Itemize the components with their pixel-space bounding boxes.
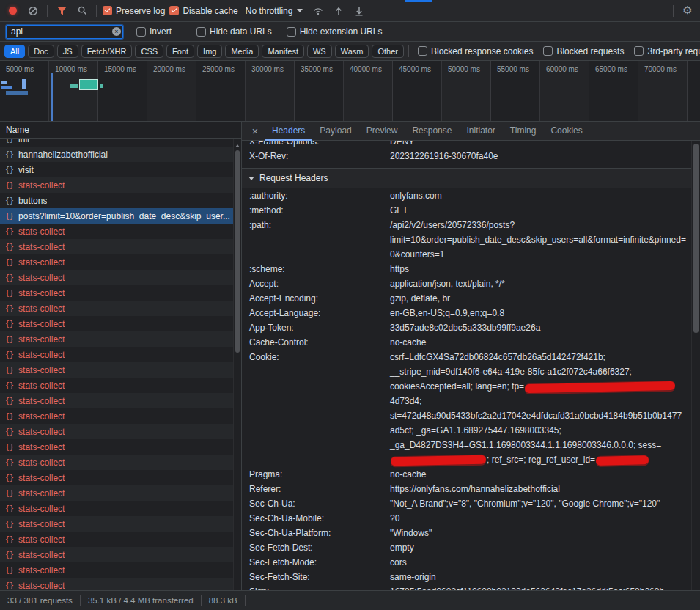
request-name: stats-collect bbox=[18, 350, 65, 360]
request-row[interactable]: {}stats-collect bbox=[0, 254, 233, 270]
request-row[interactable]: {}stats-collect bbox=[0, 439, 233, 455]
hide-extension-urls-checkbox[interactable]: Hide extension URLs bbox=[287, 26, 383, 37]
blocked-response-cookies-checkbox[interactable]: Blocked response cookies bbox=[418, 46, 533, 56]
request-name: stats-collect bbox=[18, 565, 65, 576]
request-list-panel: Name {}init{}hannahelizabethofficial{}vi… bbox=[0, 122, 242, 590]
clear-button[interactable] bbox=[25, 4, 41, 18]
request-row[interactable]: {}stats-collect bbox=[0, 285, 233, 301]
filter-chip-img[interactable]: Img bbox=[197, 45, 222, 58]
request-row[interactable]: {}stats-collect bbox=[0, 455, 233, 470]
checkbox-unchecked-icon bbox=[543, 46, 553, 56]
top-blue-strip bbox=[405, 0, 432, 2]
request-row[interactable]: {}stats-collect bbox=[0, 501, 233, 516]
timeline-overview[interactable]: 5000 ms10000 ms15000 ms20000 ms25000 ms3… bbox=[0, 61, 700, 122]
blocked-requests-checkbox[interactable]: Blocked requests bbox=[543, 46, 624, 56]
request-row[interactable]: {}stats-collect bbox=[0, 532, 233, 547]
request-row[interactable]: {}stats-collect bbox=[0, 408, 233, 424]
request-row[interactable]: {}stats-collect bbox=[0, 224, 233, 239]
search-button[interactable] bbox=[74, 4, 90, 18]
tab-cookies[interactable]: Cookies bbox=[544, 122, 589, 141]
filter-chip-fetch-xhr[interactable]: Fetch/XHR bbox=[81, 45, 133, 58]
tab-timing[interactable]: Timing bbox=[504, 122, 543, 141]
header-row: :authority:onlyfans.com bbox=[242, 188, 691, 203]
tab-initiator[interactable]: Initiator bbox=[460, 122, 501, 141]
request-name: buttons bbox=[18, 196, 47, 206]
filter-chip-media[interactable]: Media bbox=[225, 45, 259, 58]
scrollbar-up-arrow[interactable] bbox=[235, 142, 240, 147]
request-row[interactable]: {}posts?limit=10&order=publish_date_desc… bbox=[0, 208, 233, 224]
header-row: Accept-Encoding:gzip, deflate, br bbox=[242, 291, 691, 306]
request-row[interactable]: {}hannahelizabethofficial bbox=[0, 147, 233, 162]
header-value: 16785:5aad9602cf110608b03133de563642fac1… bbox=[390, 584, 686, 590]
filter-input[interactable] bbox=[6, 25, 123, 39]
throttling-dropdown[interactable]: No throttling bbox=[243, 6, 306, 16]
waterfall-bar bbox=[100, 84, 103, 88]
filter-chip-js[interactable]: JS bbox=[57, 45, 78, 58]
details-scrollbar[interactable] bbox=[691, 141, 700, 590]
request-row[interactable]: {}stats-collect bbox=[0, 347, 233, 362]
request-row[interactable]: {}stats-collect bbox=[0, 516, 233, 532]
filter-chip-manifest[interactable]: Manifest bbox=[262, 45, 304, 58]
3rd-party-requests-checkbox[interactable]: 3rd-party requests bbox=[634, 46, 700, 56]
export-har-button[interactable] bbox=[351, 4, 367, 18]
request-row[interactable]: {}stats-collect bbox=[0, 424, 233, 439]
request-row[interactable]: {}stats-collect bbox=[0, 485, 233, 501]
request-row[interactable]: {}visit bbox=[0, 162, 233, 177]
request-row[interactable]: {}stats-collect bbox=[0, 177, 233, 193]
clear-filter-button[interactable]: × bbox=[112, 27, 121, 36]
request-name: stats-collect bbox=[18, 180, 65, 191]
scrollbar-thumb[interactable] bbox=[693, 144, 699, 333]
request-list-scrollbar[interactable] bbox=[233, 139, 241, 590]
network-conditions-button[interactable] bbox=[310, 4, 326, 18]
devtools-network-panel: Preserve log Disable cache No throttling… bbox=[0, 0, 700, 610]
tab-payload[interactable]: Payload bbox=[313, 122, 358, 141]
request-row[interactable]: {}stats-collect bbox=[0, 547, 233, 562]
filter-chip-wasm[interactable]: Wasm bbox=[335, 45, 369, 58]
redaction-scribble bbox=[596, 455, 649, 466]
header-rows: :authority:onlyfans.com:method:GET:path:… bbox=[242, 188, 691, 590]
network-toolbar: Preserve log Disable cache No throttling… bbox=[0, 0, 700, 22]
header-row: Referer:https://onlyfans.com/hannaheliza… bbox=[242, 482, 691, 496]
request-type-icon: {} bbox=[5, 258, 14, 266]
filter-chip-font[interactable]: Font bbox=[166, 45, 194, 58]
import-har-button[interactable] bbox=[331, 4, 347, 18]
header-value: https://onlyfans.com/hannahelizabethoffi… bbox=[390, 482, 686, 496]
request-row[interactable]: {}stats-collect bbox=[0, 578, 233, 590]
filter-chip-ws[interactable]: WS bbox=[307, 45, 332, 58]
request-row[interactable]: {}stats-collect bbox=[0, 331, 233, 347]
request-row[interactable]: {}buttons bbox=[0, 193, 233, 208]
tab-preview[interactable]: Preview bbox=[360, 122, 405, 141]
request-name: stats-collect bbox=[18, 319, 65, 329]
close-details-button[interactable]: × bbox=[246, 125, 264, 137]
request-row[interactable]: {}stats-collect bbox=[0, 316, 233, 331]
tab-headers[interactable]: Headers bbox=[265, 122, 312, 141]
request-row[interactable]: {}init bbox=[0, 139, 233, 147]
request-headers-section[interactable]: Request Headers bbox=[242, 168, 691, 188]
request-row[interactable]: {}stats-collect bbox=[0, 562, 233, 578]
request-row[interactable]: {}stats-collect bbox=[0, 393, 233, 408]
filter-chip-other[interactable]: Other bbox=[372, 45, 404, 58]
checkbox-unchecked-icon bbox=[287, 27, 296, 37]
filter-chip-css[interactable]: CSS bbox=[135, 45, 163, 58]
request-row[interactable]: {}stats-collect bbox=[0, 470, 233, 485]
name-column-header[interactable]: Name bbox=[0, 122, 241, 139]
tab-response[interactable]: Response bbox=[405, 122, 458, 141]
request-row[interactable]: {}stats-collect bbox=[0, 270, 233, 285]
request-row[interactable]: {}stats-collect bbox=[0, 362, 233, 378]
filter-toggle-button[interactable] bbox=[54, 4, 70, 18]
scrollbar-thumb[interactable] bbox=[235, 150, 240, 353]
settings-button[interactable]: ⚙ bbox=[679, 4, 696, 18]
request-row[interactable]: {}stats-collect bbox=[0, 378, 233, 393]
request-row[interactable]: {}stats-collect bbox=[0, 239, 233, 254]
toolbar-divider bbox=[47, 5, 48, 17]
filter-chip-doc[interactable]: Doc bbox=[28, 45, 54, 58]
request-row[interactable]: {}stats-collect bbox=[0, 301, 233, 316]
preserve-log-checkbox[interactable]: Preserve log bbox=[103, 6, 165, 16]
filter-chip-all[interactable]: All bbox=[4, 45, 25, 58]
invert-checkbox[interactable]: Invert bbox=[136, 26, 172, 37]
chevron-down-icon bbox=[297, 9, 303, 12]
record-button[interactable] bbox=[4, 4, 21, 18]
hide-data-urls-checkbox[interactable]: Hide data URLs bbox=[196, 26, 272, 37]
disable-cache-checkbox[interactable]: Disable cache bbox=[169, 6, 237, 16]
header-row: Sec-Fetch-Mode:cors bbox=[242, 555, 691, 570]
